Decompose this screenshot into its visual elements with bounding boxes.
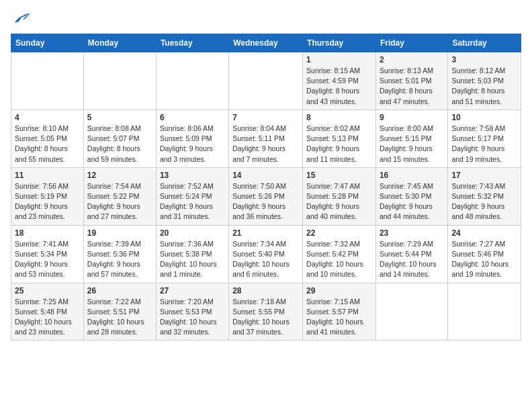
header-sunday: Sunday <box>11 34 84 52</box>
calendar-cell: 23Sunrise: 7:29 AMSunset: 5:44 PMDayligh… <box>375 225 447 283</box>
calendar-cell: 26Sunrise: 7:22 AMSunset: 5:51 PMDayligh… <box>83 283 156 340</box>
day-number: 21 <box>232 228 299 238</box>
header-saturday: Saturday <box>448 34 521 52</box>
calendar-cell: 1Sunrise: 8:15 AMSunset: 4:59 PMDaylight… <box>303 52 376 110</box>
calendar-cell: 22Sunrise: 7:32 AMSunset: 5:42 PMDayligh… <box>303 225 376 283</box>
day-info: Sunrise: 8:12 AMSunset: 5:03 PMDaylight:… <box>451 66 517 107</box>
day-number: 28 <box>232 286 299 295</box>
day-number: 11 <box>15 171 80 180</box>
calendar-cell: 7Sunrise: 8:04 AMSunset: 5:11 PMDaylight… <box>229 109 303 167</box>
calendar-header-row: SundayMondayTuesdayWednesdayThursdayFrid… <box>11 34 521 52</box>
day-info: Sunrise: 7:36 AMSunset: 5:38 PMDaylight:… <box>160 239 225 280</box>
calendar-cell: 24Sunrise: 7:27 AMSunset: 5:46 PMDayligh… <box>448 225 521 283</box>
calendar-week-2: 4Sunrise: 8:10 AMSunset: 5:05 PMDaylight… <box>11 109 521 167</box>
day-number: 13 <box>160 171 225 180</box>
day-info: Sunrise: 7:43 AMSunset: 5:32 PMDaylight:… <box>451 181 517 222</box>
calendar-cell: 18Sunrise: 7:41 AMSunset: 5:34 PMDayligh… <box>11 225 84 283</box>
day-info: Sunrise: 7:34 AMSunset: 5:40 PMDaylight:… <box>232 239 299 280</box>
day-number: 19 <box>87 228 152 238</box>
day-info: Sunrise: 8:08 AMSunset: 5:07 PMDaylight:… <box>87 124 152 165</box>
day-number: 27 <box>160 286 225 295</box>
calendar-week-3: 11Sunrise: 7:56 AMSunset: 5:19 PMDayligh… <box>11 167 521 225</box>
header-tuesday: Tuesday <box>156 34 228 52</box>
calendar-cell <box>156 52 228 110</box>
calendar-cell: 13Sunrise: 7:52 AMSunset: 5:24 PMDayligh… <box>156 167 228 225</box>
day-info: Sunrise: 8:10 AMSunset: 5:05 PMDaylight:… <box>15 124 80 165</box>
day-number: 25 <box>15 286 80 295</box>
day-number: 5 <box>87 113 152 122</box>
day-info: Sunrise: 8:04 AMSunset: 5:11 PMDaylight:… <box>232 124 299 165</box>
calendar-cell: 5Sunrise: 8:08 AMSunset: 5:07 PMDaylight… <box>83 109 156 167</box>
day-number: 3 <box>451 55 517 64</box>
calendar-cell: 9Sunrise: 8:00 AMSunset: 5:15 PMDaylight… <box>375 109 447 167</box>
day-info: Sunrise: 8:15 AMSunset: 4:59 PMDaylight:… <box>306 66 372 107</box>
calendar-cell: 12Sunrise: 7:54 AMSunset: 5:22 PMDayligh… <box>83 167 156 225</box>
calendar-cell: 8Sunrise: 8:02 AMSunset: 5:13 PMDaylight… <box>303 109 376 167</box>
header-friday: Friday <box>375 34 447 52</box>
calendar-cell: 19Sunrise: 7:39 AMSunset: 5:36 PMDayligh… <box>83 225 156 283</box>
calendar-cell: 20Sunrise: 7:36 AMSunset: 5:38 PMDayligh… <box>156 225 228 283</box>
calendar-cell: 28Sunrise: 7:18 AMSunset: 5:55 PMDayligh… <box>229 283 303 340</box>
day-info: Sunrise: 7:22 AMSunset: 5:51 PMDaylight:… <box>87 297 152 338</box>
calendar-cell <box>11 52 84 110</box>
calendar-table: SundayMondayTuesdayWednesdayThursdayFrid… <box>11 34 521 340</box>
day-number: 15 <box>306 171 372 180</box>
day-info: Sunrise: 7:58 AMSunset: 5:17 PMDaylight:… <box>451 124 517 165</box>
day-info: Sunrise: 8:02 AMSunset: 5:13 PMDaylight:… <box>306 124 372 165</box>
day-info: Sunrise: 7:18 AMSunset: 5:55 PMDaylight:… <box>232 297 299 338</box>
day-info: Sunrise: 7:29 AMSunset: 5:44 PMDaylight:… <box>380 239 444 280</box>
day-info: Sunrise: 7:45 AMSunset: 5:30 PMDaylight:… <box>380 181 444 222</box>
calendar-body: 1Sunrise: 8:15 AMSunset: 4:59 PMDaylight… <box>11 52 521 340</box>
day-info: Sunrise: 7:32 AMSunset: 5:42 PMDaylight:… <box>306 239 372 280</box>
calendar-cell: 10Sunrise: 7:58 AMSunset: 5:17 PMDayligh… <box>448 109 521 167</box>
calendar-cell: 3Sunrise: 8:12 AMSunset: 5:03 PMDaylight… <box>448 52 521 110</box>
day-number: 6 <box>160 113 225 122</box>
day-number: 29 <box>306 286 372 295</box>
day-number: 24 <box>451 228 517 238</box>
day-info: Sunrise: 7:56 AMSunset: 5:19 PMDaylight:… <box>15 181 80 222</box>
day-info: Sunrise: 7:41 AMSunset: 5:34 PMDaylight:… <box>15 239 80 280</box>
calendar-cell <box>375 283 447 340</box>
day-number: 8 <box>306 113 372 122</box>
calendar-cell: 4Sunrise: 8:10 AMSunset: 5:05 PMDaylight… <box>11 109 84 167</box>
calendar-cell: 16Sunrise: 7:45 AMSunset: 5:30 PMDayligh… <box>375 167 447 225</box>
logo <box>11 11 31 26</box>
day-number: 12 <box>87 171 152 180</box>
day-number: 1 <box>306 55 372 64</box>
day-number: 20 <box>160 228 225 238</box>
calendar-cell: 15Sunrise: 7:47 AMSunset: 5:28 PMDayligh… <box>303 167 376 225</box>
day-info: Sunrise: 8:00 AMSunset: 5:15 PMDaylight:… <box>380 124 444 165</box>
calendar-cell: 11Sunrise: 7:56 AMSunset: 5:19 PMDayligh… <box>11 167 84 225</box>
day-info: Sunrise: 7:39 AMSunset: 5:36 PMDaylight:… <box>87 239 152 280</box>
day-number: 10 <box>451 113 517 122</box>
day-info: Sunrise: 7:20 AMSunset: 5:53 PMDaylight:… <box>160 297 225 338</box>
day-info: Sunrise: 7:54 AMSunset: 5:22 PMDaylight:… <box>87 181 152 222</box>
calendar-cell: 29Sunrise: 7:15 AMSunset: 5:57 PMDayligh… <box>303 283 376 340</box>
header-wednesday: Wednesday <box>229 34 303 52</box>
day-number: 17 <box>451 171 517 180</box>
calendar-cell <box>83 52 156 110</box>
day-info: Sunrise: 8:06 AMSunset: 5:09 PMDaylight:… <box>160 124 225 165</box>
calendar-cell: 14Sunrise: 7:50 AMSunset: 5:26 PMDayligh… <box>229 167 303 225</box>
page-header <box>11 11 521 26</box>
header-monday: Monday <box>83 34 156 52</box>
day-number: 26 <box>87 286 152 295</box>
calendar-cell: 2Sunrise: 8:13 AMSunset: 5:01 PMDaylight… <box>375 52 447 110</box>
calendar-cell: 27Sunrise: 7:20 AMSunset: 5:53 PMDayligh… <box>156 283 228 340</box>
day-number: 9 <box>380 113 444 122</box>
day-number: 7 <box>232 113 299 122</box>
calendar-cell <box>448 283 521 340</box>
header-thursday: Thursday <box>303 34 376 52</box>
day-info: Sunrise: 7:15 AMSunset: 5:57 PMDaylight:… <box>306 297 372 338</box>
day-info: Sunrise: 7:27 AMSunset: 5:46 PMDaylight:… <box>451 239 517 280</box>
calendar-cell: 6Sunrise: 8:06 AMSunset: 5:09 PMDaylight… <box>156 109 228 167</box>
day-info: Sunrise: 7:47 AMSunset: 5:28 PMDaylight:… <box>306 181 372 222</box>
day-number: 14 <box>232 171 299 180</box>
logo-bird-icon <box>12 11 31 26</box>
day-number: 23 <box>380 228 444 238</box>
day-info: Sunrise: 7:50 AMSunset: 5:26 PMDaylight:… <box>232 181 299 222</box>
calendar-cell: 25Sunrise: 7:25 AMSunset: 5:48 PMDayligh… <box>11 283 84 340</box>
day-number: 22 <box>306 228 372 238</box>
calendar-week-1: 1Sunrise: 8:15 AMSunset: 4:59 PMDaylight… <box>11 52 521 110</box>
calendar-cell <box>229 52 303 110</box>
